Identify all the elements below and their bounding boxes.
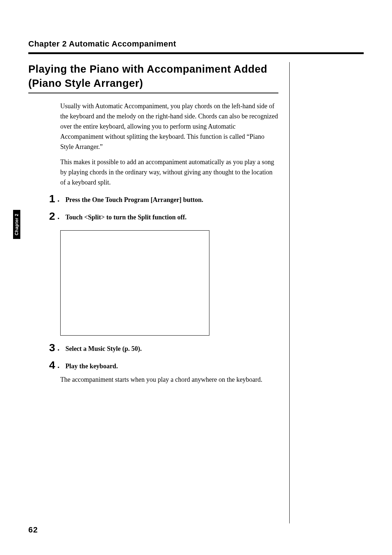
step-number: 2 <box>44 210 55 222</box>
section-rule <box>28 93 278 93</box>
intro-paragraph-1: Usually with Automatic Accompaniment, yo… <box>60 101 278 152</box>
step-number: 1 <box>44 193 55 205</box>
step-number: 4 <box>44 359 55 371</box>
step-text: Play the keyboard. <box>65 362 118 371</box>
closing-paragraph: The accompaniment starts when you play a… <box>60 375 278 385</box>
screenshot-placeholder <box>60 230 209 336</box>
intro-paragraph-2: This makes it possible to add an accompa… <box>60 157 278 188</box>
step-1: 1 . Press the One Touch Program [Arrange… <box>28 193 278 205</box>
section-title: Playing the Piano with Accompaniment Add… <box>28 62 278 90</box>
step-text: Press the One Touch Program [Arranger] b… <box>65 196 203 205</box>
running-header: Chapter 2 Automatic Accompaniment <box>28 39 364 49</box>
step-dot: . <box>57 212 60 222</box>
step-dot: . <box>57 361 60 371</box>
step-number: 3 <box>44 341 55 354</box>
page-number: 62 <box>28 525 38 535</box>
step-text: Touch <Split> to turn the Split function… <box>65 214 187 222</box>
step-2: 2 . Touch <Split> to turn the Split func… <box>28 210 278 222</box>
main-column: Playing the Piano with Accompaniment Add… <box>28 62 290 523</box>
step-dot: . <box>57 194 60 205</box>
after-step-4: The accompaniment starts when you play a… <box>60 375 278 385</box>
step-3: 3 . Select a Music Style (p. 50). <box>28 341 278 354</box>
step-4: 4 . Play the keyboard. <box>28 359 278 371</box>
page: Chapter 2 Automatic Accompaniment Playin… <box>0 0 392 555</box>
step-dot: . <box>57 343 60 354</box>
step-text: Select a Music Style (p. 50). <box>65 345 142 354</box>
intro-block: Usually with Automatic Accompaniment, yo… <box>60 101 278 187</box>
chapter-tab: Chapter 2 <box>13 210 20 239</box>
header-rule <box>28 52 364 54</box>
